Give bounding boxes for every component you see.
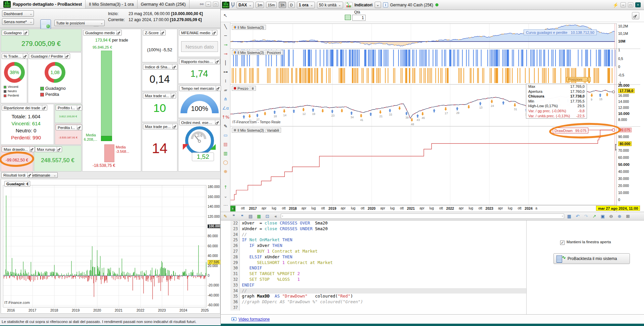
list-icon[interactable]: ≣ — [250, 87, 254, 90]
wrench-icon[interactable] — [57, 147, 62, 152]
wrench-icon[interactable] — [216, 86, 221, 91]
wrench-icon[interactable] — [172, 124, 177, 129]
horizontal-scrollbar[interactable]: ‹› — [281, 213, 564, 219]
wrench-icon[interactable] — [65, 54, 70, 59]
scroll-up-icon[interactable]: ↑ — [221, 183, 230, 192]
angle-tool-icon[interactable]: ∠α — [221, 104, 230, 113]
symbol-select[interactable]: DAX⌄ — [236, 2, 254, 8]
equity-panel-label[interactable]: Il Mio Sistema(3) — [232, 25, 266, 30]
zoom-in-icon[interactable]: ⊕ — [616, 213, 623, 219]
keep-open-checkbox[interactable]: ✓ — [560, 241, 565, 245]
collapse-icon[interactable]: ⌄ — [221, 192, 230, 201]
tab-rapporto-dettagliato[interactable]: DEMO Rapporto dettagliato - ProBacktest — [0, 0, 86, 8]
redo-icon[interactable]: ↷ — [583, 213, 589, 219]
rect-zone-tool-icon[interactable]: ▭ — [221, 131, 230, 140]
hband-zone-tool-icon[interactable]: ▤ — [221, 140, 230, 149]
units-select[interactable]: 50 k unità⌄ — [317, 2, 343, 8]
chart-area[interactable]: 1127181412192334412133394843461729132431… — [230, 23, 616, 212]
wrench-icon[interactable] — [30, 147, 35, 152]
indicatori-dropdown[interactable]: ⌄ — [375, 2, 381, 8]
long-position-tool-icon[interactable]: ⊸ — [221, 40, 230, 49]
order-table-icon[interactable] — [345, 15, 351, 20]
wrench-icon[interactable] — [215, 59, 220, 64]
trendline-tool-icon[interactable]: ╲ — [221, 22, 230, 31]
probacktest-button[interactable]: ProBacktesta il mio sistema — [553, 253, 630, 264]
wrench-icon[interactable] — [23, 54, 28, 59]
indicatori-button[interactable]: Indicatori — [355, 3, 373, 7]
scroll-right-arrow[interactable]: › — [562, 214, 563, 218]
scroll-left-arrow[interactable]: ‹ — [282, 214, 283, 218]
keep-open-row[interactable]: ✓Mantieni la finestra aperta — [560, 240, 611, 245]
detach-icon[interactable]: ⚯ — [200, 2, 204, 7]
probuilder-code-editor[interactable]: 22xOver = close CROSSES OVER Sma2023xUnd… — [230, 220, 526, 314]
settings-wrench-icon[interactable] — [632, 12, 639, 19]
wrench-icon[interactable] — [77, 105, 82, 110]
price-scale-column[interactable]: 10,2M10,1M10M10,50-0,5-120.00017.738,016… — [616, 23, 640, 212]
horizontal-line-tool-icon[interactable]: ─ — [221, 31, 230, 40]
segment-tool-icon[interactable]: ⊶ — [221, 67, 230, 76]
edit-code-icon[interactable]: ✎ — [222, 213, 229, 219]
period-select[interactable]: Settimanale⌄ — [28, 172, 58, 178]
mfe-mae-value: Nessun dato — [181, 41, 218, 52]
positions-panel-label[interactable]: Il Mio Sistema(3) : Posizioni — [232, 50, 283, 55]
wrench-icon[interactable] — [42, 105, 47, 110]
wrench-icon[interactable] — [116, 30, 121, 35]
vband-zone-tool-icon[interactable]: ▥ — [221, 149, 230, 158]
circle-zone-tool-icon[interactable]: ⊕ — [221, 167, 230, 176]
tab-germany40[interactable]: Germany 40 Cash (25€) — [138, 0, 190, 8]
calendar-icon[interactable]: ▦ — [566, 213, 573, 219]
video-formazione-link[interactable]: Video formazione — [238, 317, 270, 322]
report-icon[interactable] — [40, 19, 51, 29]
minimize-button[interactable]: – — [206, 2, 211, 7]
timeframe-1m-button[interactable]: 1m — [256, 2, 264, 8]
period-select[interactable]: 1 ora⌄ — [297, 2, 315, 8]
wrench-icon[interactable] — [27, 173, 32, 178]
wrench-icon[interactable] — [160, 30, 165, 35]
comment-icon[interactable]: ❝ — [239, 213, 246, 219]
vertical-line-tool-icon[interactable]: │ — [221, 58, 230, 67]
code-line: 30 ENDIF — [230, 265, 526, 271]
zoom-select-icon[interactable]: ▣ — [599, 213, 606, 219]
more-tools-icon[interactable]: ⋯ — [221, 201, 230, 210]
fan-lines-tool-icon[interactable]: ⋔ — [221, 94, 230, 104]
timeframe-d-button[interactable]: D — [288, 2, 295, 8]
info-icon[interactable]: i — [383, 2, 388, 7]
tab-sistema[interactable]: Il Mio Sistema(3) - 1 ora — [86, 0, 137, 8]
qty-input[interactable]: 1 — [352, 15, 366, 21]
scroll-start-icon[interactable]: « — [272, 213, 279, 219]
timeframe-1h-button[interactable]: 1h — [279, 2, 286, 8]
dashboard-select[interactable]: Dashboard⌄ — [2, 10, 34, 17]
link-windows-icon[interactable] — [231, 2, 234, 6]
percent-move-tool-icon[interactable]: ↑% — [221, 113, 230, 122]
layout-select[interactable]: Senza nome*⌄ — [2, 18, 34, 25]
wrench-icon[interactable] — [215, 120, 220, 125]
wrench-icon[interactable] — [212, 30, 217, 35]
report-icon[interactable]: ▤ — [247, 213, 254, 219]
minimize-button[interactable]: – — [621, 2, 626, 7]
wrench-icon[interactable] — [172, 64, 177, 69]
wrench-icon[interactable] — [77, 125, 82, 130]
short-position-tool-icon[interactable]: ⊸ — [221, 49, 230, 58]
table-icon[interactable]: ▦ — [256, 213, 262, 219]
export-icon[interactable]: ⊡ — [264, 213, 271, 219]
undo-icon[interactable]: ↶ — [574, 213, 581, 219]
positions-filter-select[interactable]: Tutte le posizioni⌄ — [54, 20, 105, 26]
maximize-button[interactable]: □ — [213, 2, 218, 7]
pointer-tool-icon[interactable]: ↖ — [223, 13, 227, 18]
wrench-icon[interactable] — [171, 93, 176, 98]
wrench-icon[interactable] — [23, 30, 29, 35]
close-button[interactable]: × — [635, 2, 641, 7]
price-panel-label[interactable]: Prezzo ≣ — [232, 86, 256, 91]
vertical-segment-tool-icon[interactable]: ⁞ — [221, 76, 230, 85]
ruler-tool-icon[interactable]: ▰ — [221, 85, 230, 94]
time-axis[interactable]: « mar 27 ago 2024, 11:00 gott2017aprlugo… — [230, 205, 616, 212]
variables-panel-label[interactable]: Il Mio Sistema(3) : Variabili — [232, 128, 281, 133]
ellipse-zone-tool-icon[interactable]: ◯ — [221, 158, 230, 167]
freehand-tool-icon[interactable]: ✎ — [221, 122, 230, 131]
zoom-out-icon[interactable]: ⊖ — [608, 213, 614, 219]
share-icon[interactable]: ❞ — [230, 213, 237, 219]
fullscreen-icon[interactable]: ⊞ — [625, 213, 631, 219]
timeframe-15m-button[interactable]: 15m — [266, 2, 276, 8]
maximize-button[interactable]: □ — [628, 2, 633, 7]
auto-scale-icon[interactable]: ↗ — [591, 213, 598, 219]
